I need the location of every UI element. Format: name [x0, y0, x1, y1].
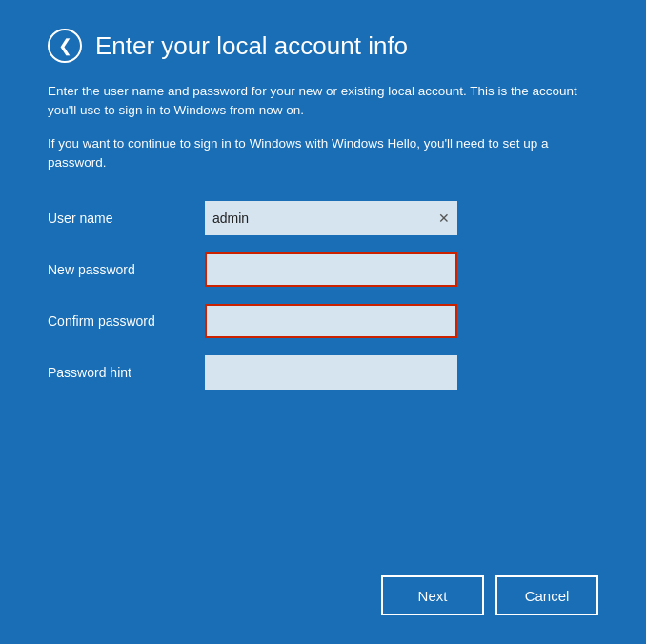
back-icon: ❮ [58, 35, 72, 56]
password-hint-input[interactable] [205, 355, 457, 390]
footer: Next Cancel [48, 566, 598, 615]
username-input-wrapper: ✕ [205, 201, 457, 235]
confirm-password-input-wrapper [205, 304, 457, 338]
new-password-label: New password [48, 262, 205, 277]
description-line2: If you want to continue to sign in to Wi… [48, 134, 598, 173]
cancel-button[interactable]: Cancel [495, 575, 598, 615]
confirm-password-input[interactable] [205, 304, 457, 338]
page-header: ❮ Enter your local account info [48, 29, 598, 63]
username-label: User name [48, 211, 205, 226]
username-row: User name ✕ [48, 201, 598, 235]
new-password-row: New password [48, 252, 598, 287]
form-section: User name ✕ New password Confirm passwor… [48, 201, 598, 566]
new-password-input[interactable] [205, 252, 457, 287]
description-line1: Enter the user name and password for you… [48, 82, 598, 121]
password-hint-input-wrapper [205, 355, 457, 390]
main-container: ❮ Enter your local account info Enter th… [0, 0, 646, 644]
next-button[interactable]: Next [381, 575, 484, 615]
clear-icon: ✕ [438, 211, 450, 226]
confirm-password-label: Confirm password [48, 313, 205, 329]
username-clear-button[interactable]: ✕ [434, 209, 454, 228]
confirm-password-row: Confirm password [48, 304, 598, 338]
new-password-input-wrapper [205, 252, 457, 287]
password-hint-label: Password hint [48, 365, 205, 380]
page-title: Enter your local account info [95, 31, 408, 61]
back-button[interactable]: ❮ [48, 29, 82, 63]
password-hint-row: Password hint [48, 355, 598, 390]
username-input[interactable] [205, 201, 457, 235]
